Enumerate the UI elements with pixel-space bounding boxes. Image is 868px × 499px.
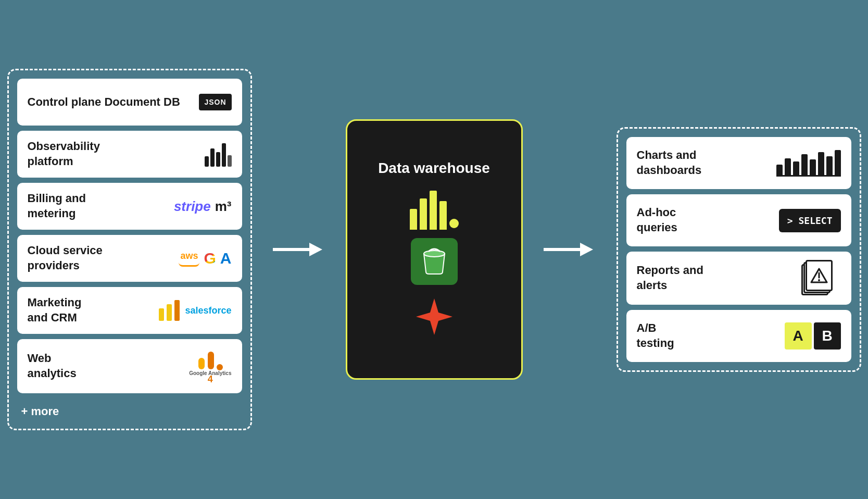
source-icons-web-analytics: Google Analytics 4	[189, 347, 231, 385]
aws-icon: aws	[179, 251, 199, 267]
bar-2	[210, 148, 215, 167]
chart-bars-icon	[776, 149, 841, 177]
warehouse-visual	[410, 188, 459, 340]
output-label-charts: Charts anddashboards	[637, 148, 702, 178]
cross-icon	[411, 293, 458, 340]
observability-bars-icon	[205, 142, 232, 167]
svg-marker-11	[580, 243, 593, 256]
svg-rect-1	[167, 304, 172, 321]
salesforce-icon: salesforce	[185, 305, 231, 316]
source-icons-marketing: salesforce	[158, 299, 231, 322]
diagram-container: Control plane Document DB JSON Observabi…	[0, 48, 868, 451]
svg-rect-3	[198, 358, 205, 369]
ga-icon: Google Analytics 4	[189, 347, 231, 385]
sql-select-icon: > SELECT	[779, 209, 841, 232]
source-icons-control-plane: JSON	[199, 94, 231, 110]
reports-icon	[799, 260, 841, 296]
svg-rect-4	[208, 352, 214, 369]
source-card-web-analytics: Webanalytics Google Analytics 4	[17, 339, 242, 393]
source-label-billing: Billing andmetering	[28, 191, 86, 221]
json-icon: JSON	[199, 94, 231, 110]
data-warehouse-panel: Data warehouse	[346, 119, 523, 380]
output-card-ab: A/Btesting A B	[626, 310, 851, 362]
bucket-icon	[411, 238, 458, 285]
more-label: + more	[17, 398, 242, 420]
powerbi-icon	[158, 299, 181, 322]
bar-4	[222, 143, 226, 167]
warehouse-title: Data warehouse	[378, 159, 490, 178]
source-label-control-plane: Control plane Document DB	[28, 95, 180, 110]
source-icons-billing: stripe m³	[174, 198, 232, 215]
output-card-reports: Reports andalerts	[626, 252, 851, 305]
aws-smile	[179, 263, 199, 267]
azure-icon: A	[220, 250, 232, 267]
bar-3	[216, 152, 220, 167]
svg-marker-7	[309, 243, 322, 256]
warehouse-bars-icon	[410, 188, 459, 230]
output-label-reports: Reports andalerts	[637, 263, 703, 293]
sources-panel: Control plane Document DB JSON Observabi…	[7, 69, 252, 430]
bar-1	[205, 156, 209, 167]
m3-icon: m³	[215, 198, 232, 215]
svg-point-14	[818, 279, 820, 281]
output-label-ab: A/Btesting	[637, 321, 674, 351]
stripe-icon: stripe	[174, 198, 211, 215]
arrow-left-to-center	[273, 234, 325, 265]
ab-testing-icon: A B	[785, 322, 841, 350]
source-icons-cloud: aws G A	[179, 250, 231, 267]
source-card-billing: Billing andmetering stripe m³	[17, 183, 242, 230]
source-card-marketing: Marketingand CRM salesforce	[17, 287, 242, 334]
outputs-panel: Charts anddashboards Ad-hocqueries > SEL…	[617, 127, 861, 372]
output-card-charts: Charts anddashboards	[626, 137, 851, 189]
output-icon-adhoc: > SELECT	[779, 209, 841, 232]
source-card-cloud: Cloud serviceproviders aws G A	[17, 235, 242, 282]
output-icon-ab: A B	[785, 322, 841, 350]
source-label-observability: Observabilityplatform	[28, 139, 100, 169]
source-label-cloud: Cloud serviceproviders	[28, 243, 103, 273]
bar-dot	[228, 155, 232, 167]
svg-rect-0	[159, 308, 164, 321]
source-card-control-plane: Control plane Document DB JSON	[17, 79, 242, 126]
svg-point-8	[424, 251, 445, 257]
google-icon: G	[204, 250, 216, 267]
arrow-center-to-right	[544, 234, 596, 265]
source-label-marketing: Marketingand CRM	[28, 295, 82, 325]
output-card-adhoc: Ad-hocqueries > SELECT	[626, 194, 851, 246]
svg-point-9	[430, 313, 438, 321]
source-icons-observability	[205, 142, 232, 167]
output-icon-charts	[776, 149, 841, 177]
svg-rect-2	[174, 300, 180, 321]
a-box: A	[785, 322, 812, 350]
source-label-web-analytics: Webanalytics	[28, 351, 77, 381]
output-label-adhoc: Ad-hocqueries	[637, 205, 677, 235]
output-icon-reports	[799, 260, 841, 296]
b-box: B	[814, 322, 841, 350]
source-card-observability: Observabilityplatform	[17, 131, 242, 178]
alert-triangle-icon	[810, 268, 828, 283]
svg-point-5	[217, 364, 223, 370]
